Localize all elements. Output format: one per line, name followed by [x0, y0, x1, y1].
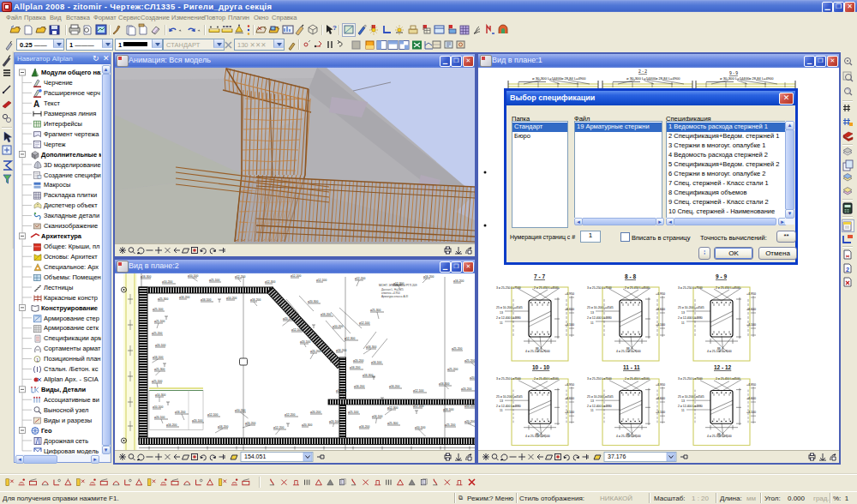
svg-text:ø16-300: ø16-300 — [439, 382, 449, 386]
svg-text:ø10-100: ø10-100 — [153, 405, 163, 409]
svg-text:ø16-300: ø16-300 — [141, 275, 151, 279]
svg-text:11: 11 — [500, 409, 503, 412]
svg-text:ø10-200: ø10-200 — [333, 325, 343, 328]
svg-text:88: 88 — [536, 433, 539, 436]
svg-text:ø12-100: ø12-100 — [316, 279, 327, 282]
svg-text:154.051: 154.051 — [244, 453, 266, 459]
svg-text:ø20-200: ø20-200 — [464, 420, 475, 423]
svg-text:2: 2 — [846, 267, 849, 273]
svg-text:+4.600: +4.600 — [565, 397, 574, 400]
svg-text:ø12-100: ø12-100 — [413, 405, 423, 408]
svg-text:2 ø 25-450 L=4500: 2 ø 25-450 L=4500 — [716, 286, 740, 290]
svg-text:ø20-100: ø20-100 — [192, 419, 202, 423]
svg-text:25 ø 10-200 L=4545: 25 ø 10-200 L=4545 — [496, 396, 523, 399]
svg-text:11: 11 — [590, 321, 594, 325]
svg-text:ø16-200: ø16-200 — [359, 425, 369, 429]
svg-text:13: 13 — [681, 311, 685, 315]
svg-text:ø12-100: ø12-100 — [291, 274, 301, 278]
svg-text:3 ø 25-250 L=7500: 3 ø 25-250 L=7500 — [496, 378, 521, 381]
svg-text:ø 28-84 L=4900: ø 28-84 L=4900 — [656, 76, 680, 81]
svg-text:2 - 2: 2 - 2 — [638, 69, 647, 74]
svg-text:+4.100: +4.100 — [746, 411, 756, 415]
svg-text:ø20-200: ø20-200 — [310, 350, 321, 353]
svg-text:88: 88 — [626, 433, 630, 436]
svg-text:ø 28-84 L=4900: ø 28-84 L=4900 — [749, 76, 774, 81]
svg-text:ø25-200: ø25-200 — [152, 332, 162, 335]
svg-text:ø16-200: ø16-200 — [321, 313, 331, 316]
svg-text:2 ø 12-400 L=4880: 2 ø 12-400 L=4880 — [496, 405, 521, 408]
svg-text:3 ø 25-250 L=7500: 3 ø 25-250 L=7500 — [678, 378, 703, 381]
svg-text:ø16-200: ø16-200 — [336, 349, 346, 352]
svg-text:11: 11 — [681, 409, 685, 412]
svg-text:3 ø 25-250 L=7500: 3 ø 25-250 L=7500 — [587, 286, 612, 290]
svg-text:ø16-300: ø16-300 — [363, 374, 373, 377]
svg-text:ø 28-84 L=4900: ø 28-84 L=4900 — [561, 76, 586, 81]
svg-text:+4.600: +4.600 — [656, 308, 665, 311]
svg-text:+4.100: +4.100 — [656, 411, 665, 415]
svg-text:2 ø 12-400 L=4880: 2 ø 12-400 L=4880 — [587, 405, 612, 408]
svg-text:ø 30-300 L=14400: ø 30-300 L=14400 — [532, 76, 562, 81]
svg-text:ø20-200: ø20-200 — [310, 411, 321, 414]
svg-text:ø16-200: ø16-200 — [250, 298, 261, 302]
svg-text:ø12-100: ø12-100 — [291, 328, 302, 332]
svg-text:ø16-200: ø16-200 — [389, 385, 399, 388]
svg-text:ø12-200: ø12-200 — [235, 275, 245, 279]
svg-text:ø20-200: ø20-200 — [461, 387, 471, 391]
svg-text:2 ø 25-450 L=4500: 2 ø 25-450 L=4500 — [534, 378, 559, 381]
svg-text:ø25-300: ø25-300 — [387, 422, 398, 425]
svg-text:ø20-100: ø20-100 — [300, 340, 310, 344]
svg-text:A: A — [33, 99, 39, 109]
svg-text:ø16-200: ø16-200 — [423, 275, 434, 279]
svg-text:ø10-200: ø10-200 — [235, 409, 245, 412]
svg-text:2 ø 12-400 L=4880: 2 ø 12-400 L=4880 — [496, 316, 521, 320]
svg-text:8 - 8: 8 - 8 — [625, 273, 636, 279]
svg-text:+4.600: +4.600 — [565, 308, 574, 311]
svg-text:ø16-300: ø16-300 — [366, 345, 376, 349]
svg-text:ø12-300: ø12-300 — [345, 337, 355, 340]
svg-text:ø16-200: ø16-200 — [350, 366, 360, 369]
svg-text:ø20-300: ø20-300 — [308, 300, 318, 303]
svg-text:+4.600: +4.600 — [746, 397, 756, 400]
svg-text:3 ø 25-250 L=7500: 3 ø 25-250 L=7500 — [587, 378, 612, 381]
svg-text:12 - 12: 12 - 12 — [714, 364, 732, 370]
svg-text:13: 13 — [590, 311, 594, 315]
svg-text:Арматура класса A-III: Арматура класса A-III — [381, 295, 408, 298]
svg-text:ø12-300: ø12-300 — [393, 282, 404, 285]
svg-text:2 ø 12-400 L=4880: 2 ø 12-400 L=4880 — [587, 316, 612, 320]
svg-text:ø10-200: ø10-200 — [226, 297, 237, 300]
svg-text:13: 13 — [500, 311, 503, 315]
svg-text:+4.100: +4.100 — [746, 323, 756, 327]
svg-text:2 ø 25-450 L=4500: 2 ø 25-450 L=4500 — [534, 286, 559, 290]
svg-text:+4.950: +4.950 — [565, 383, 574, 387]
svg-text:ø25-200: ø25-200 — [452, 347, 462, 351]
svg-text:ø16-100: ø16-100 — [371, 361, 381, 364]
svg-text:2 ø 12-400 L=4880: 2 ø 12-400 L=4880 — [678, 316, 703, 320]
svg-text:ø10-200: ø10-200 — [162, 280, 172, 284]
svg-text:+4.100: +4.100 — [565, 323, 574, 327]
svg-text:ø16-100: ø16-100 — [153, 356, 163, 359]
svg-text:ø16-200: ø16-200 — [218, 425, 228, 429]
svg-text:ø25-100: ø25-100 — [152, 380, 162, 383]
svg-text:+4.600: +4.600 — [656, 397, 665, 400]
svg-text:ø20-200: ø20-200 — [470, 376, 475, 380]
svg-text:ø16-200: ø16-200 — [453, 279, 464, 283]
svg-text:37.176: 37.176 — [608, 453, 626, 459]
svg-text:ø16-200: ø16-200 — [179, 296, 189, 299]
svg-text:?: ? — [333, 24, 337, 32]
svg-text:25 ø 10-200 L=4545: 25 ø 10-200 L=4545 — [496, 306, 523, 309]
svg-text:11 - 11: 11 - 11 — [623, 364, 640, 370]
svg-text:ø16-200: ø16-200 — [354, 385, 364, 388]
svg-text:+4.950: +4.950 — [746, 292, 756, 296]
svg-text:+4.600: +4.600 — [746, 308, 756, 311]
svg-text:ø25-300: ø25-300 — [158, 297, 168, 301]
svg-text:2 ø 12-400 L=4880: 2 ø 12-400 L=4880 — [678, 405, 703, 408]
svg-text:ø20-100: ø20-100 — [155, 344, 165, 347]
svg-text:2 ø 25-450 L=4500: 2 ø 25-450 L=4500 — [716, 378, 740, 381]
svg-text:+4.100: +4.100 — [565, 411, 574, 415]
svg-text:ø12-200: ø12-200 — [285, 413, 295, 417]
svg-text:9 - 9: 9 - 9 — [729, 70, 738, 75]
svg-text:ø25-200: ø25-200 — [445, 423, 455, 427]
svg-text:+4.950: +4.950 — [656, 292, 665, 296]
svg-text:ø25-300: ø25-300 — [154, 368, 165, 371]
svg-text:ø20-100: ø20-100 — [154, 416, 165, 419]
